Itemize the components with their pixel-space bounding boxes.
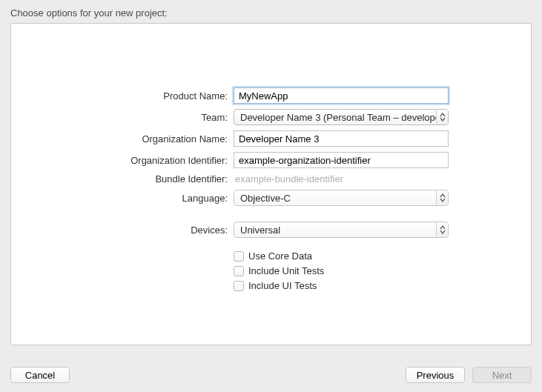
product-name-input[interactable] [234,87,449,104]
cancel-button[interactable]: Cancel [10,367,70,383]
checkbox-label-unit-tests: Include Unit Tests [248,265,324,276]
checkbox-label-ui-tests: Include UI Tests [248,280,317,291]
next-button[interactable]: Next [472,367,532,383]
header-title: Choose options for your new project: [10,7,168,19]
checkbox-label-core-data: Use Core Data [248,250,312,262]
checkbox-group: Use Core Data Include Unit Tests Include… [234,250,531,291]
updown-icon [436,190,448,205]
row-devices: Devices: Universal [11,222,531,238]
row-product-name: Product Name: [11,87,531,104]
dialog-footer: Cancel Previous Next [10,367,532,383]
project-options-form: Product Name: Team: Developer Name 3 (Pe… [11,87,531,291]
checkbox-icon [234,266,244,276]
language-select-value: Objective-C [240,193,436,204]
row-organization-name: Organization Name: [11,130,531,147]
updown-icon [436,110,448,124]
team-select-value: Developer Name 3 (Personal Team – develo… [240,112,436,123]
team-select[interactable]: Developer Name 3 (Personal Team – develo… [234,109,449,125]
checkbox-ui-tests[interactable]: Include UI Tests [234,280,531,291]
checkbox-icon [234,251,244,262]
previous-button-label: Previous [417,370,455,381]
organization-name-input[interactable] [234,130,449,147]
dialog-header: Choose options for your new project: [0,0,542,23]
label-language: Language: [11,193,234,204]
label-organization-name: Organization Name: [11,133,234,144]
language-select[interactable]: Objective-C [234,190,449,206]
label-team: Team: [11,112,234,123]
checkbox-core-data[interactable]: Use Core Data [234,250,531,262]
next-button-label: Next [492,370,512,381]
previous-button[interactable]: Previous [406,367,465,383]
devices-select-value: Universal [240,225,436,236]
row-language: Language: Objective-C [11,190,531,206]
form-panel: Product Name: Team: Developer Name 3 (Pe… [10,23,532,345]
label-bundle-identifier: Bundle Identifier: [11,173,234,185]
checkbox-unit-tests[interactable]: Include Unit Tests [234,265,531,276]
updown-icon [436,222,448,237]
row-team: Team: Developer Name 3 (Personal Team – … [11,109,531,125]
label-devices: Devices: [11,225,234,236]
checkbox-icon [234,281,244,291]
label-organization-identifier: Organization Identifier: [11,155,234,166]
organization-identifier-input[interactable] [234,152,449,168]
cancel-button-label: Cancel [25,370,55,381]
bundle-identifier-value: example-bundle-identifier [234,173,343,185]
row-bundle-identifier: Bundle Identifier: example-bundle-identi… [11,173,531,185]
row-organization-identifier: Organization Identifier: [11,152,531,168]
label-product-name: Product Name: [11,90,234,102]
devices-select[interactable]: Universal [234,222,449,238]
